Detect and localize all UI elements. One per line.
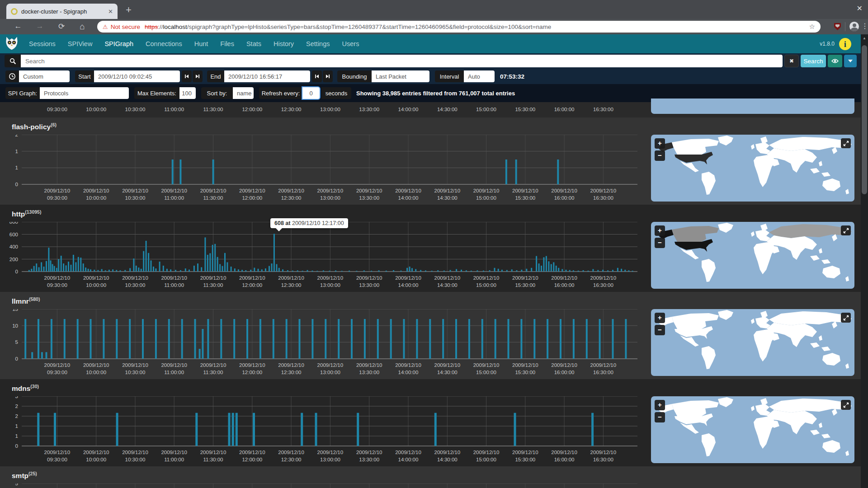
search-button[interactable]: Search <box>801 55 826 67</box>
country-greenland <box>718 223 733 233</box>
scroll-up-icon[interactable]: ▲ <box>861 34 868 42</box>
eye-view-button[interactable] <box>828 55 842 67</box>
chart-llmnr[interactable]: 1510502009/12/1009:30:002009/12/1010:00:… <box>0 309 647 377</box>
country-new-guinea <box>821 347 830 351</box>
svg-text:2009/12/10: 2009/12/10 <box>122 188 148 193</box>
search-input[interactable] <box>21 55 783 67</box>
svg-text:2009/12/10: 2009/12/10 <box>317 188 344 193</box>
chart-smtp[interactable]: 5 <box>0 483 647 488</box>
end-step-forward-icon[interactable] <box>323 70 333 82</box>
back-icon[interactable]: ← <box>13 22 24 31</box>
country-greenland <box>718 397 733 407</box>
svg-text:2009/12/10: 2009/12/10 <box>200 275 226 281</box>
world-map-llmnr[interactable]: +− <box>651 309 854 376</box>
map-expand-icon[interactable] <box>841 225 851 235</box>
browser-menu-icon[interactable]: ⋮ <box>861 22 868 30</box>
map-zoom-out-button[interactable]: − <box>655 325 665 335</box>
world-map-mdns[interactable]: +− <box>651 396 854 463</box>
tab-close-icon[interactable]: ✕ <box>104 8 113 15</box>
nav-item-users[interactable]: Users <box>342 40 359 47</box>
chart-mdns[interactable]: 3221102009/12/1009:30:002009/12/1010:00:… <box>0 396 647 464</box>
protocol-title-mdns[interactable]: mdns(30) <box>12 384 39 393</box>
page-scrollbar[interactable]: ▲ <box>861 34 868 488</box>
reload-icon[interactable]: ⟳ <box>56 22 67 31</box>
map-zoom-in-button[interactable]: + <box>655 225 665 236</box>
spi-graph-type-select[interactable]: Protocols <box>40 87 129 99</box>
svg-text:11:00:00: 11:00:00 <box>164 370 184 375</box>
chevron-down-icon <box>848 60 853 62</box>
info-icon[interactable]: i <box>839 38 851 50</box>
nav-item-sessions[interactable]: Sessions <box>29 40 56 47</box>
interval-select[interactable]: Auto <box>464 70 495 82</box>
nav-item-stats[interactable]: Stats <box>246 40 261 47</box>
map-zoom-in-button[interactable]: + <box>655 138 665 149</box>
bookmark-star-icon[interactable]: ☆ <box>809 23 815 31</box>
time-range-select[interactable]: Custom <box>19 70 70 82</box>
seconds-label: seconds <box>321 87 351 99</box>
nav-item-settings[interactable]: Settings <box>306 40 330 47</box>
world-map-flash-policy[interactable]: +− <box>651 135 854 202</box>
search-actions-dropdown[interactable] <box>844 55 857 67</box>
world-map-http[interactable]: +− <box>651 222 854 289</box>
window-close-button[interactable]: ✕ <box>857 4 863 13</box>
chart-http[interactable]: 80060040020002009/12/1009:30:002009/12/1… <box>0 222 647 290</box>
country-philippines <box>819 335 822 341</box>
map-expand-icon[interactable] <box>841 313 851 323</box>
moloch-owl-logo[interactable] <box>4 35 20 53</box>
map-zoom-in-button[interactable]: + <box>655 400 665 410</box>
end-step-back-icon[interactable] <box>312 70 322 82</box>
profile-avatar[interactable] <box>849 22 859 31</box>
refresh-every-input[interactable]: 0 <box>302 87 320 99</box>
sort-by-select[interactable]: name <box>233 87 254 99</box>
world-map-sliver[interactable] <box>651 99 854 114</box>
svg-text:3: 3 <box>15 396 18 399</box>
nav-item-spiview[interactable]: SPIView <box>68 40 93 47</box>
bounding-select[interactable]: Last Packet <box>372 70 429 82</box>
address-bar[interactable]: ⚠ Not secure https :// localhost /spigra… <box>97 21 821 33</box>
chart-flash-policy[interactable]: 21102009/12/1009:30:002009/12/1010:00:00… <box>0 135 647 202</box>
start-time-input[interactable]: 2009/12/10 09:02:45 <box>94 70 180 82</box>
svg-text:16:00:00: 16:00:00 <box>554 195 575 201</box>
protocol-title-smtp[interactable]: smtp(25) <box>12 471 37 480</box>
svg-text:10:30:00: 10:30:00 <box>125 282 146 288</box>
country-australia <box>822 178 840 191</box>
svg-text:15:30:00: 15:30:00 <box>515 195 535 201</box>
nav-item-files[interactable]: Files <box>220 40 234 47</box>
map-zoom-out-button[interactable]: − <box>655 238 665 248</box>
browser-tab[interactable]: docker-cluster - Spigraph ✕ <box>6 4 118 19</box>
spi-graph-label: SPI Graph: <box>5 87 40 99</box>
forward-icon[interactable]: → <box>34 22 45 31</box>
map-zoom-in-button[interactable]: + <box>655 313 665 323</box>
home-icon[interactable]: ⌂ <box>77 22 88 32</box>
nav-item-spigraph[interactable]: SPIGraph <box>104 40 133 47</box>
protocol-title-flash-policy[interactable]: flash-policy(6) <box>12 122 57 131</box>
clear-search-button[interactable]: ✖ <box>784 55 799 67</box>
svg-text:2009/12/10: 2009/12/10 <box>590 188 617 193</box>
svg-text:15:00:00: 15:00:00 <box>476 282 496 288</box>
scrollbar-thumb[interactable] <box>862 45 867 194</box>
start-step-forward-icon[interactable] <box>193 70 203 82</box>
not-secure-label[interactable]: Not secure <box>111 23 140 30</box>
end-time-input[interactable]: 2009/12/10 16:56:17 <box>224 70 310 82</box>
svg-text:14:30:00: 14:30:00 <box>437 107 458 112</box>
svg-text:16:30:00: 16:30:00 <box>593 457 613 462</box>
protocol-title-http[interactable]: http(13095) <box>12 209 41 218</box>
new-tab-button[interactable]: + <box>126 4 132 16</box>
svg-text:11:30:00: 11:30:00 <box>203 457 223 462</box>
nav-item-history[interactable]: History <box>274 40 294 47</box>
map-expand-icon[interactable] <box>841 138 851 148</box>
adblock-extension-icon[interactable] <box>834 23 841 30</box>
protocol-row-smtp: smtp(25)5 <box>0 466 861 488</box>
svg-text:2009/12/10: 2009/12/10 <box>161 275 187 281</box>
max-elements-input[interactable]: 100 <box>179 87 196 99</box>
protocol-title-llmnr[interactable]: llmnr(580) <box>12 296 40 305</box>
map-zoom-out-button[interactable]: − <box>655 412 665 422</box>
svg-text:2009/12/10: 2009/12/10 <box>44 275 71 281</box>
map-zoom-out-button[interactable]: − <box>655 150 665 161</box>
nav-item-connections[interactable]: Connections <box>146 40 182 47</box>
protocol-count: (30) <box>30 384 39 389</box>
country-russia <box>769 311 852 325</box>
map-expand-icon[interactable] <box>841 400 851 410</box>
nav-item-hunt[interactable]: Hunt <box>194 40 208 47</box>
start-step-back-icon[interactable] <box>182 70 192 82</box>
